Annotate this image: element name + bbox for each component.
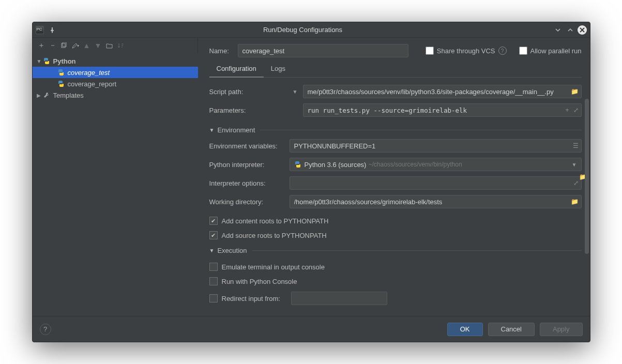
- execution-section[interactable]: ▼ Execution: [209, 247, 582, 254]
- python-icon: [57, 80, 65, 87]
- help-icon[interactable]: ?: [498, 47, 507, 55]
- dialog-buttons: ? OK Cancel Apply: [33, 316, 590, 342]
- cancel-button[interactable]: Cancel: [488, 323, 535, 336]
- python-console-checkbox[interactable]: Run with Python Console: [209, 277, 582, 285]
- move-down-button[interactable]: ▼: [93, 40, 104, 51]
- folder-button[interactable]: [104, 40, 115, 51]
- titlebar: Run/Debug Configurations: [33, 22, 590, 38]
- name-label: Name:: [209, 47, 238, 55]
- close-icon[interactable]: [578, 25, 587, 35]
- env-vars-label: Environment variables:: [209, 142, 290, 150]
- config-toolbar: ＋ － ▾ ▲ ▼: [33, 38, 198, 53]
- environment-section[interactable]: ▼ Environment: [209, 126, 582, 134]
- ok-button[interactable]: OK: [447, 323, 483, 336]
- tree-node-templates[interactable]: ▶ Templates: [33, 89, 198, 101]
- working-dir-label: Working directory:: [209, 198, 290, 206]
- plus-icon[interactable]: +: [565, 107, 569, 114]
- chevron-down-icon: ▼: [209, 248, 215, 253]
- name-input[interactable]: [238, 44, 408, 57]
- app-icon: [36, 26, 44, 34]
- tree-node-python[interactable]: ▼ Python: [33, 55, 198, 67]
- source-roots-checkbox[interactable]: ✔ Add source roots to PYTHONPATH: [209, 231, 582, 239]
- collapse-icon[interactable]: [553, 25, 563, 35]
- python-icon: [57, 69, 65, 76]
- wrench-icon: [43, 92, 50, 99]
- python-icon: [294, 161, 301, 168]
- expand-icon[interactable]: [565, 25, 575, 35]
- content-roots-checkbox[interactable]: ✔ Add content roots to PYTHONPATH: [209, 217, 582, 225]
- tab-configuration[interactable]: Configuration: [209, 62, 264, 78]
- apply-button[interactable]: Apply: [540, 323, 583, 336]
- parallel-run-checkbox[interactable]: Allow parallel run: [519, 47, 582, 55]
- chevron-right-icon: ▶: [37, 93, 43, 98]
- checkbox-icon: [209, 263, 218, 271]
- interpreter-label: Python interpreter:: [209, 161, 290, 169]
- checkbox-checked-icon: ✔: [209, 231, 218, 239]
- emulate-terminal-checkbox[interactable]: Emulate terminal in output console: [209, 263, 582, 271]
- scrollbar-thumb[interactable]: [585, 99, 589, 254]
- checkbox-checked-icon: ✔: [209, 217, 218, 225]
- chevron-down-icon: ▼: [37, 58, 43, 64]
- expand-icon[interactable]: ⤢: [573, 107, 579, 114]
- interpreter-options-input[interactable]: [290, 176, 582, 190]
- config-form: Name: Share through VCS ? Allow parallel…: [198, 38, 590, 316]
- pin-icon[interactable]: [49, 27, 55, 33]
- parameters-label: Parameters:: [209, 107, 290, 114]
- chevron-down-icon: ▼: [209, 127, 215, 133]
- list-icon[interactable]: ☰: [573, 142, 579, 149]
- interpreter-options-label: Interpreter options:: [209, 179, 290, 187]
- parameters-input[interactable]: [303, 103, 582, 117]
- window-title: Run/Debug Configurations: [55, 26, 551, 34]
- svg-rect-1: [63, 42, 66, 47]
- working-dir-input[interactable]: [290, 195, 582, 208]
- edit-defaults-button[interactable]: ▾: [70, 40, 81, 51]
- remove-config-button[interactable]: －: [47, 40, 58, 51]
- config-tree: ▼ Python coverage_test coverage_report ▶…: [33, 53, 198, 316]
- copy-config-button[interactable]: [58, 40, 70, 51]
- folder-icon[interactable]: 📁: [571, 88, 579, 95]
- sort-button[interactable]: [115, 40, 127, 51]
- chevron-down-icon[interactable]: ▼: [293, 89, 300, 95]
- share-vcs-checkbox[interactable]: Share through VCS ?: [426, 47, 507, 55]
- dialog-window: Run/Debug Configurations ＋ － ▾ ▲ ▼ ▼ Pyt…: [32, 22, 590, 342]
- env-vars-input[interactable]: [290, 139, 582, 153]
- add-config-button[interactable]: ＋: [36, 40, 47, 51]
- help-button[interactable]: ?: [40, 324, 51, 335]
- tab-logs[interactable]: Logs: [264, 62, 293, 77]
- interpreter-dropdown[interactable]: Python 3.6 (sources) ~/chaoss/sources/ve…: [290, 158, 582, 171]
- redirect-input-checkbox[interactable]: [209, 294, 218, 302]
- tabs: Configuration Logs: [209, 62, 582, 78]
- folder-icon[interactable]: 📁: [571, 198, 579, 205]
- tree-item-coverage-test[interactable]: coverage_test: [33, 67, 198, 78]
- script-path-input[interactable]: [303, 85, 582, 98]
- move-up-button[interactable]: ▲: [81, 40, 93, 51]
- redirect-input-field[interactable]: [291, 292, 387, 305]
- tree-item-coverage-report[interactable]: coverage_report: [33, 78, 198, 89]
- expand-icon[interactable]: ⤢: [573, 179, 579, 187]
- python-icon: [43, 57, 50, 65]
- svg-rect-0: [62, 43, 65, 48]
- checkbox-icon: [209, 277, 218, 285]
- script-path-label: Script path:: [209, 88, 290, 96]
- redirect-input-label: Redirect input from:: [222, 295, 291, 302]
- chevron-down-icon: ▼: [572, 162, 577, 168]
